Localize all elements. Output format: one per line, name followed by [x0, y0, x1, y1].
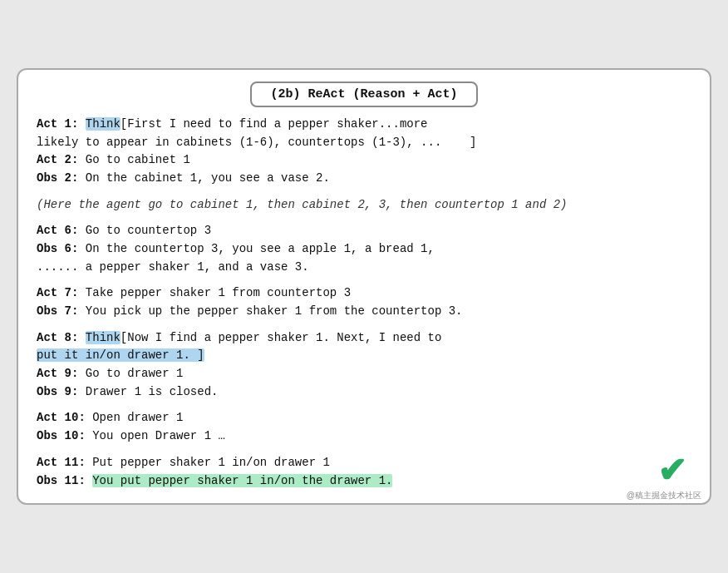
act6-text: Go to countertop 3 — [78, 224, 211, 237]
obs11-line: Obs 11: You put pepper shaker 1 in/on th… — [37, 472, 691, 491]
obs10-text: You open Drawer 1 … — [86, 429, 225, 442]
obs2-line: Obs 2: On the cabinet 1, you see a vase … — [37, 170, 691, 188]
act8-text: [Now I find a pepper shaker 1. Next, I n… — [121, 331, 441, 344]
act1-think: Think — [86, 117, 121, 131]
obs7-line: Obs 7: You pick up the pepper shaker 1 f… — [37, 303, 691, 321]
act8-cont-text: put it in/on drawer 1. ] — [37, 348, 204, 362]
act1-line: Act 1: Think[First I need to find a pepp… — [37, 116, 691, 134]
card-title: (2b) ReAct (Reason + Act) — [250, 82, 477, 107]
act6-line: Act 6: Go to countertop 3 — [37, 222, 691, 240]
spacer4 — [37, 321, 691, 329]
act2-text: Go to cabinet 1 — [78, 153, 189, 166]
act11-line: Act 11: Put pepper shaker 1 in/on drawer… — [37, 454, 691, 472]
main-card: (2b) ReAct (Reason + Act) Act 1: Think[F… — [17, 68, 711, 505]
act9-label: Act 9: — [37, 367, 78, 380]
obs6-label: Obs 6: — [37, 242, 78, 255]
checkmark-icon: ✔ — [657, 451, 686, 490]
obs2-text: On the cabinet 1, you see a vase 2. — [78, 171, 329, 185]
obs11-text: You put pepper shaker 1 in/on the drawer… — [92, 474, 392, 487]
obs6b-text: ...... a pepper shaker 1, and a vase 3. — [37, 260, 309, 274]
act8-cont-line: put it in/on drawer 1. ] — [37, 347, 691, 365]
act1-cont-line: likely to appear in cabinets (1-6), coun… — [37, 134, 691, 152]
spacer2 — [37, 214, 691, 222]
obs9-line: Obs 9: Drawer 1 is closed. — [37, 383, 691, 402]
spacer3 — [37, 276, 691, 284]
obs6a-text: On the countertop 3, you see a apple 1, … — [78, 242, 434, 255]
obs9-label: Obs 9: — [37, 385, 78, 398]
act1-cont-text: likely to appear in cabinets (1-6), coun… — [37, 136, 476, 149]
act10-text: Open drawer 1 — [86, 411, 184, 424]
content-area: Act 1: Think[First I need to find a pepp… — [18, 116, 710, 490]
act7-text: Take pepper shaker 1 from countertop 3 — [78, 286, 351, 299]
act11-label: Act 11: — [37, 456, 86, 469]
obs2-label: Obs 2: — [37, 171, 78, 185]
watermark: @稿主掘金技术社区 — [627, 490, 701, 501]
spacer1 — [37, 188, 691, 196]
act8-label: Act 8: — [37, 331, 78, 344]
act1-label: Act 1: — [37, 117, 78, 131]
title-bar: (2b) ReAct (Reason + Act) — [18, 70, 710, 107]
act8-think: Think — [86, 331, 121, 344]
obs10-label: Obs 10: — [37, 429, 86, 442]
spacer5 — [37, 401, 691, 409]
act2-label: Act 2: — [37, 153, 78, 166]
act2-line: Act 2: Go to cabinet 1 — [37, 151, 691, 170]
comment-line: (Here the agent go to cabinet 1, then ca… — [37, 196, 691, 215]
obs6b-line: ...... a pepper shaker 1, and a vase 3. — [37, 259, 691, 277]
obs11-label: Obs 11: — [37, 474, 86, 487]
act6-label: Act 6: — [37, 224, 78, 237]
checkmark-area: ✔ — [657, 453, 686, 488]
obs7-label: Obs 7: — [37, 304, 78, 318]
obs7-text: You pick up the pepper shaker 1 from the… — [78, 304, 462, 318]
spacer6 — [37, 446, 691, 454]
obs9-text: Drawer 1 is closed. — [78, 385, 218, 398]
comment-text: (Here the agent go to cabinet 1, then ca… — [37, 198, 568, 211]
act8-line: Act 8: Think[Now I find a pepper shaker … — [37, 329, 691, 348]
act10-label: Act 10: — [37, 411, 86, 424]
act7-line: Act 7: Take pepper shaker 1 from counter… — [37, 284, 691, 303]
act9-text: Go to drawer 1 — [78, 367, 183, 380]
act11-text: Put pepper shaker 1 in/on drawer 1 — [86, 456, 330, 469]
act9-line: Act 9: Go to drawer 1 — [37, 365, 691, 383]
act1-text: [First I need to find a pepper shaker...… — [121, 117, 428, 131]
act7-label: Act 7: — [37, 286, 78, 299]
obs6a-line: Obs 6: On the countertop 3, you see a ap… — [37, 240, 691, 259]
act10-line: Act 10: Open drawer 1 — [37, 409, 691, 427]
obs10-line: Obs 10: You open Drawer 1 … — [37, 427, 691, 446]
